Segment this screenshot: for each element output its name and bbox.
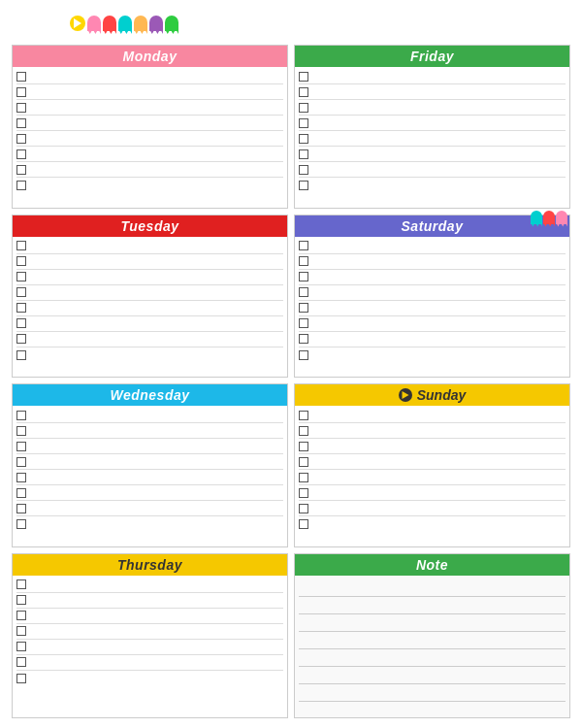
check-row [16,408,283,423]
check-row [299,162,566,178]
checkbox[interactable] [16,488,26,498]
checkbox[interactable] [16,442,26,451]
checkbox[interactable] [299,442,308,451]
checkbox[interactable] [16,181,26,190]
check-row [299,116,566,131]
check-row [299,100,566,116]
check-row [16,640,283,655]
checkbox[interactable] [16,579,26,589]
note-line [299,632,566,649]
checkbox[interactable] [16,165,26,175]
checkbox[interactable] [299,134,308,144]
checkbox[interactable] [299,426,308,436]
thursday-checklist [13,576,287,718]
checkbox[interactable] [16,626,26,636]
ghost-cluster [531,211,567,224]
wednesday-block: Wednesday [12,383,288,547]
check-row [16,332,283,347]
check-row [299,178,566,193]
checkbox[interactable] [16,504,26,513]
checkbox[interactable] [299,411,308,420]
checkbox[interactable] [16,72,26,82]
check-row [299,239,566,254]
check-row [16,439,283,454]
checkbox[interactable] [299,103,308,113]
check-row [16,84,283,100]
checkbox[interactable] [299,303,308,313]
checkbox[interactable] [16,103,26,113]
ghost-cluster-red [543,211,555,224]
checkbox[interactable] [16,134,26,144]
checkbox[interactable] [299,519,308,529]
checkbox[interactable] [299,149,308,159]
checkbox[interactable] [16,411,26,420]
checkbox[interactable] [16,149,26,159]
note-block: Note [294,553,570,719]
checkbox[interactable] [299,287,308,297]
checkbox[interactable] [16,457,26,467]
check-row [299,470,566,485]
check-row [16,609,283,624]
checkbox[interactable] [299,181,308,190]
check-row [299,84,566,100]
check-row [16,501,283,516]
check-row [16,116,283,131]
check-row [16,131,283,147]
checkbox[interactable] [299,473,308,482]
checkbox[interactable] [16,241,26,250]
checkbox[interactable] [299,350,308,360]
checkbox[interactable] [299,241,308,250]
checkbox[interactable] [16,595,26,605]
checkbox[interactable] [16,287,26,297]
check-row [299,131,566,147]
checkbox[interactable] [299,488,308,498]
checkbox[interactable] [16,118,26,128]
check-row [299,347,566,363]
checkbox[interactable] [16,303,26,313]
checkbox[interactable] [16,350,26,360]
checkbox[interactable] [299,504,308,513]
checkbox[interactable] [16,87,26,97]
check-row [299,147,566,162]
check-row [299,254,566,270]
check-row [16,254,283,270]
check-row [16,301,283,316]
checkbox[interactable] [16,611,26,620]
note-header: Note [295,554,569,576]
check-row [299,485,566,501]
checkbox[interactable] [16,426,26,436]
checkbox[interactable] [299,87,308,97]
checkbox[interactable] [299,457,308,467]
checkbox[interactable] [16,657,26,667]
checkbox[interactable] [299,118,308,128]
note-line [299,667,566,684]
checkbox[interactable] [299,165,308,175]
check-row [299,332,566,347]
checkbox[interactable] [16,318,26,328]
checkbox[interactable] [16,256,26,266]
check-row [16,239,283,254]
checkbox[interactable] [16,642,26,651]
check-row [299,516,566,532]
check-row [16,593,283,609]
ghost-red-icon [103,16,116,31]
checkbox[interactable] [299,72,308,82]
check-row [16,454,283,470]
note-line [299,614,566,632]
check-row [299,408,566,423]
checkbox[interactable] [16,334,26,344]
checkbox[interactable] [299,334,308,344]
note-area[interactable] [295,576,569,718]
checkbox[interactable] [299,256,308,266]
check-row [16,316,283,332]
checkbox[interactable] [16,272,26,281]
checkbox[interactable] [16,473,26,482]
checkbox[interactable] [299,318,308,328]
check-row [299,316,566,332]
wednesday-checklist [13,406,287,546]
checkbox[interactable] [16,519,26,529]
check-row [16,423,283,439]
sunday-label: Sunday [417,387,467,403]
checkbox[interactable] [16,674,26,683]
checkbox[interactable] [299,272,308,281]
